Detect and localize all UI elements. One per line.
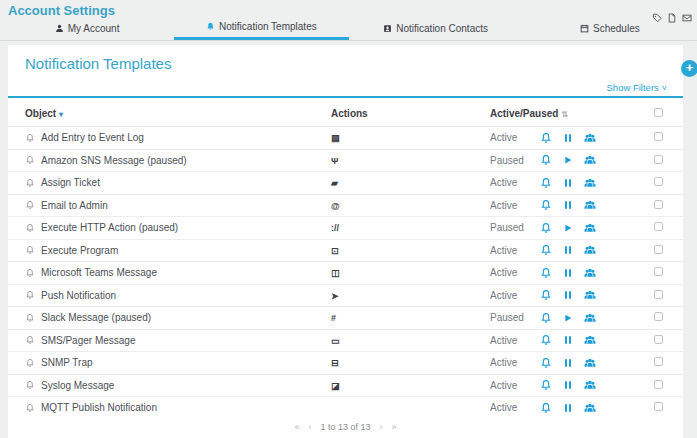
prev-page-button[interactable]: ‹ [308,422,311,432]
test-notification-bell-icon[interactable] [540,402,552,414]
template-name[interactable]: Email to Admin [41,200,108,211]
pause-icon[interactable] [562,244,574,256]
pause-icon[interactable] [562,177,574,189]
next-page-button[interactable]: › [380,422,383,432]
show-filters-link[interactable]: Show Filters ˅ [607,82,667,93]
table-row[interactable]: Push Notification ➤ Active [8,284,683,307]
template-name[interactable]: Execute HTTP Action (paused) [41,222,178,233]
users-icon[interactable] [584,222,596,234]
tab-notification-contacts[interactable]: Notification Contacts [349,16,523,40]
select-all-checkbox[interactable] [654,108,663,117]
table-row[interactable]: MQTT Publish Notification Active [8,396,683,419]
tab-schedules[interactable]: Schedules [523,16,697,40]
row-checkbox[interactable] [654,290,663,299]
users-icon[interactable] [584,357,596,369]
table-header: Object ▾ Actions Active/Paused ⇅ [8,100,683,126]
row-checkbox[interactable] [654,357,663,366]
users-icon[interactable] [584,402,596,414]
template-name[interactable]: Amazon SNS Message (paused) [41,155,187,166]
tab-notification-templates[interactable]: Notification Templates [174,16,348,40]
users-icon[interactable] [584,132,596,144]
row-checkbox[interactable] [654,245,663,254]
table-row[interactable]: SNMP Trap ⊟ Active [8,351,683,374]
column-header-object[interactable]: Object ▾ [25,108,331,119]
row-checkbox[interactable] [654,267,663,276]
template-name[interactable]: Add Entry to Event Log [41,132,144,143]
pause-icon[interactable] [562,267,574,279]
test-notification-bell-icon[interactable] [540,154,552,166]
tab-label: My Account [68,23,120,34]
template-name[interactable]: SMS/Pager Message [41,335,136,346]
template-name[interactable]: Microsoft Teams Message [41,267,157,278]
users-icon[interactable] [584,244,596,256]
play-icon[interactable] [562,312,574,324]
row-checkbox[interactable] [654,222,663,231]
table-row[interactable]: SMS/Pager Message ▭ Active [8,329,683,352]
test-notification-bell-icon[interactable] [540,222,552,234]
test-notification-bell-icon[interactable] [540,334,552,346]
tab-label: Schedules [593,23,640,34]
pause-icon[interactable] [562,402,574,414]
test-notification-bell-icon[interactable] [540,244,552,256]
status-text: Active [490,132,517,143]
table-row[interactable]: Execute Program ⊡ Active [8,239,683,262]
users-icon[interactable] [584,154,596,166]
play-icon[interactable] [562,222,574,234]
users-icon[interactable] [584,289,596,301]
table-row[interactable]: Amazon SNS Message (paused) Ψ Paused [8,149,683,172]
template-name[interactable]: Slack Message (paused) [41,312,151,323]
template-name[interactable]: Execute Program [41,245,118,256]
template-name[interactable]: MQTT Publish Notification [41,402,157,413]
add-notification-template-button[interactable]: + [681,60,697,77]
row-checkbox[interactable] [654,177,663,186]
tab-my-account[interactable]: My Account [0,16,174,40]
row-checkbox[interactable] [654,402,663,411]
pause-icon[interactable] [562,289,574,301]
play-icon[interactable] [562,154,574,166]
table-row[interactable]: Slack Message (paused) # Paused [8,306,683,329]
table-row[interactable]: Microsoft Teams Message ◫ Active [8,261,683,284]
table-row[interactable]: Execute HTTP Action (paused) :// Paused [8,216,683,239]
row-checkbox[interactable] [654,132,663,141]
pause-icon[interactable] [562,334,574,346]
users-icon[interactable] [584,379,596,391]
template-name[interactable]: SNMP Trap [41,357,93,368]
test-notification-bell-icon[interactable] [540,357,552,369]
test-notification-bell-icon[interactable] [540,177,552,189]
users-icon[interactable] [584,177,596,189]
row-checkbox[interactable] [654,155,663,164]
row-checkbox[interactable] [654,335,663,344]
row-checkbox[interactable] [654,312,663,321]
template-name[interactable]: Push Notification [41,290,116,301]
row-checkbox[interactable] [654,200,663,209]
test-notification-bell-icon[interactable] [540,132,552,144]
table-row[interactable]: Assign Ticket ▰ Active [8,171,683,194]
pause-icon[interactable] [562,379,574,391]
users-icon[interactable] [584,267,596,279]
column-header-active-paused[interactable]: Active/Paused ⇅ [490,108,540,119]
row-checkbox[interactable] [654,380,663,389]
action-type-icon: @ [331,201,340,211]
test-notification-bell-icon[interactable] [540,267,552,279]
users-icon[interactable] [584,199,596,211]
users-icon[interactable] [584,312,596,324]
table-row[interactable]: Add Entry to Event Log ▤ Active [8,126,683,149]
bell-outline-icon [25,223,35,233]
test-notification-bell-icon[interactable] [540,312,552,324]
template-name[interactable]: Syslog Message [41,380,114,391]
first-page-button[interactable]: « [294,422,299,432]
status-text: Active [490,267,517,278]
bell-outline-icon [25,335,35,345]
test-notification-bell-icon[interactable] [540,289,552,301]
template-name[interactable]: Assign Ticket [41,177,100,188]
test-notification-bell-icon[interactable] [540,199,552,211]
pause-icon[interactable] [562,132,574,144]
last-page-button[interactable]: » [392,422,397,432]
test-notification-bell-icon[interactable] [540,379,552,391]
table-row[interactable]: Email to Admin @ Active [8,194,683,217]
users-icon[interactable] [584,334,596,346]
pause-icon[interactable] [562,357,574,369]
pagination: « ‹ 1 to 13 of 13 › » [8,422,683,432]
pause-icon[interactable] [562,199,574,211]
table-row[interactable]: Syslog Message ◪ Active [8,374,683,397]
